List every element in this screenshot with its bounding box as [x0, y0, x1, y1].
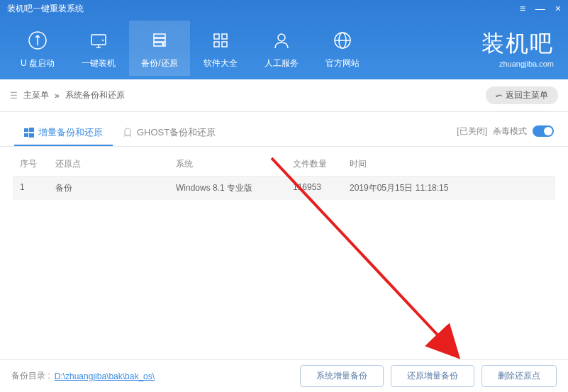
- person-icon: [269, 28, 294, 53]
- list-icon: ☰: [10, 91, 18, 101]
- backup-dir-label: 备份目录 :: [11, 370, 50, 382]
- logo-text: 装机吧: [481, 28, 554, 60]
- nav-label: 官方网站: [325, 57, 360, 69]
- svg-point-5: [162, 43, 164, 45]
- svg-rect-14: [29, 128, 34, 132]
- status-closed: [已关闭]: [457, 125, 487, 138]
- svg-rect-15: [24, 133, 28, 137]
- col-system: 系统: [176, 158, 293, 170]
- back-label: 返回主菜单: [506, 89, 548, 101]
- antivirus-label: 杀毒模式: [493, 125, 527, 138]
- close-icon[interactable]: ×: [555, 3, 561, 14]
- breadcrumb-current: 系统备份和还原: [65, 89, 125, 101]
- globe-icon: [330, 28, 355, 53]
- nav-backup-restore[interactable]: 备份/还原: [129, 21, 190, 76]
- logo: 装机吧 zhuangjiba.com: [481, 28, 561, 68]
- svg-point-10: [278, 34, 285, 41]
- usb-icon: [25, 28, 50, 53]
- cell-files: 116953: [293, 182, 350, 194]
- col-time: 时间: [350, 158, 548, 170]
- svg-rect-13: [24, 128, 28, 132]
- incremental-backup-button[interactable]: 系统增量备份: [300, 365, 384, 387]
- nav-label: 人工服务: [264, 57, 299, 69]
- back-arrow-icon: ⤺: [496, 91, 503, 101]
- grid-icon: [208, 28, 233, 53]
- nav-oneclick-install[interactable]: 一键装机: [68, 21, 129, 76]
- tab-ghost[interactable]: GHOST备份和还原: [113, 121, 225, 146]
- antivirus-toggle[interactable]: [533, 125, 554, 137]
- col-files: 文件数量: [293, 158, 350, 170]
- cell-index: 1: [20, 182, 55, 194]
- nav-label: 备份/还原: [141, 57, 177, 69]
- tab-incremental[interactable]: 增量备份和还原: [14, 121, 113, 146]
- col-restore: 还原点: [55, 158, 176, 170]
- breadcrumb-sep: »: [55, 91, 60, 101]
- nav-label: 一键装机: [82, 57, 116, 69]
- restore-incremental-button[interactable]: 还原增量备份: [391, 365, 474, 387]
- monitor-icon: [86, 28, 111, 53]
- table-row[interactable]: 1 备份 Windows 8.1 专业版 116953 2019年05月15日 …: [13, 177, 555, 200]
- nav-software[interactable]: 软件大全: [190, 21, 251, 76]
- svg-rect-9: [222, 42, 227, 47]
- ghost-icon: [123, 128, 133, 138]
- cell-time: 2019年05月15日 11:18:15: [350, 182, 548, 194]
- svg-rect-16: [29, 133, 34, 138]
- cell-system: Windows 8.1 专业版: [176, 182, 293, 194]
- nav-label: U 盘启动: [21, 57, 55, 69]
- minimize-icon[interactable]: —: [535, 3, 545, 14]
- svg-rect-8: [214, 42, 219, 47]
- backup-dir-path[interactable]: D:\zhuangjiba\bak\bak_os\: [55, 371, 155, 381]
- back-main-button[interactable]: ⤺ 返回主菜单: [486, 86, 558, 104]
- nav-website[interactable]: 官方网站: [312, 21, 373, 76]
- menu-icon[interactable]: ≡: [520, 3, 525, 14]
- windows-icon: [24, 128, 34, 138]
- svg-rect-6: [214, 34, 219, 39]
- table-header: 序号 还原点 系统 文件数量 时间: [13, 152, 555, 177]
- breadcrumb-root[interactable]: 主菜单: [23, 89, 49, 101]
- logo-domain: zhuangjiba.com: [499, 60, 554, 68]
- svg-rect-3: [154, 38, 165, 42]
- breadcrumb: ☰ 主菜单 » 系统备份和还原 ⤺ 返回主菜单: [0, 79, 568, 112]
- cell-restore: 备份: [55, 182, 176, 194]
- nav-label: 软件大全: [204, 57, 238, 69]
- nav-support[interactable]: 人工服务: [251, 21, 312, 76]
- svg-rect-2: [154, 34, 165, 38]
- nav-usb-boot[interactable]: U 盘启动: [7, 21, 68, 76]
- tab-label: GHOST备份和还原: [137, 126, 216, 139]
- server-icon: [147, 28, 172, 53]
- window-title: 装机吧一键重装系统: [7, 3, 84, 15]
- col-index: 序号: [20, 158, 55, 170]
- svg-rect-1: [91, 35, 106, 45]
- delete-restore-point-button[interactable]: 删除还原点: [481, 365, 557, 387]
- tab-label: 增量备份和还原: [38, 126, 103, 139]
- svg-rect-7: [222, 34, 227, 39]
